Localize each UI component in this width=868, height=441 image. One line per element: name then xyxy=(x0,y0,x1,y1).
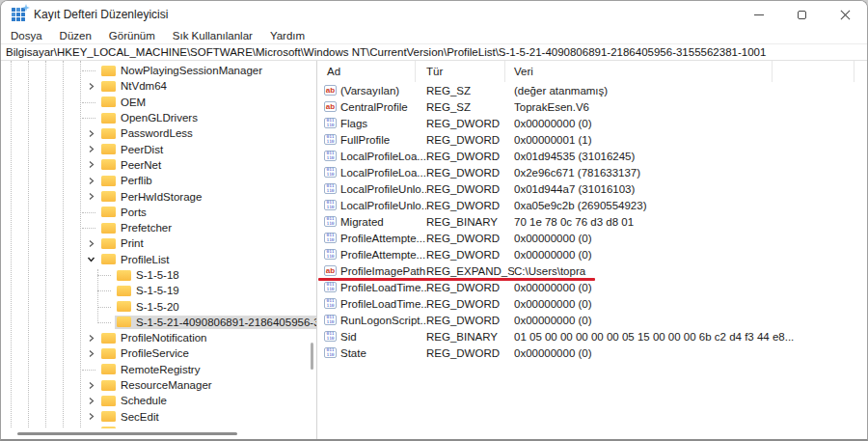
value-row-sid[interactable]: 011110SidREG_BINARY01 05 00 00 00 00 00 … xyxy=(317,328,867,345)
expand-chevron-icon[interactable] xyxy=(82,188,99,204)
value-row-localprofileunlo[interactable]: 011110LocalProfileUnlo...REG_DWORD0xa05e… xyxy=(317,197,867,213)
value-row-centralprofile[interactable]: abCentralProfileREG_SZToprakEsen.V6 xyxy=(317,98,867,115)
maximize-button[interactable] xyxy=(780,1,824,28)
value-row-state[interactable]: 011110StateREG_DWORD0x00000000 (0) xyxy=(317,345,867,361)
value-row-localprofileloa[interactable]: 011110LocalProfileLoa...REG_DWORD0x2e96c… xyxy=(317,164,867,180)
tree-item-nowplayingsessionmanager[interactable]: NowPlayingSessionManager xyxy=(82,63,316,78)
tree-item-content[interactable]: Print xyxy=(99,236,148,250)
tree-item-content[interactable]: Ports xyxy=(99,206,150,219)
tree-item-content[interactable]: S-1-5-20 xyxy=(115,300,183,314)
tree-item-content[interactable]: PeerDist xyxy=(99,143,167,156)
value-type: REG_BINARY xyxy=(426,216,514,228)
tree-item-perhwidstorage[interactable]: PerHwIdStorage xyxy=(82,188,316,204)
tree-item-perflib[interactable]: Perflib xyxy=(82,173,316,188)
value-row-profileattempte[interactable]: 011110ProfileAttempte...REG_DWORD0x00000… xyxy=(317,246,867,262)
value-row-flags[interactable]: 011110FlagsREG_DWORD0x00000000 (0) xyxy=(317,115,867,131)
tree-item-content[interactable]: NtVdm64 xyxy=(99,79,171,93)
close-button[interactable] xyxy=(824,1,867,28)
value-row-profileattempte[interactable]: 011110ProfileAttempte...REG_DWORD0x00000… xyxy=(317,230,867,246)
value-row-localprofileloa[interactable]: 011110LocalProfileLoa...REG_DWORD0x01d94… xyxy=(317,148,867,164)
menu-item-yard-m[interactable]: Yardım xyxy=(261,30,313,41)
address-bar[interactable]: Bilgisayar\HKEY_LOCAL_MACHINE\SOFTWARE\M… xyxy=(1,43,867,61)
tree-item-content[interactable]: OpenGLDrivers xyxy=(99,111,202,124)
value-row-runlogonscript[interactable]: 011110RunLogonScript...REG_DWORD0x000000… xyxy=(317,312,867,328)
tree-item-content[interactable]: SecEdit xyxy=(99,410,163,424)
value-type: REG_DWORD xyxy=(426,200,514,211)
tree-item-secedit[interactable]: SecEdit xyxy=(82,409,316,425)
tree-item-s-1-5-21-4090806891-2186405956-31[interactable]: S-1-5-21-4090806891-2186405956-31 xyxy=(97,315,316,330)
value-data: 0x00000000 (0) xyxy=(514,249,867,261)
tree-item-content[interactable]: ProfileService xyxy=(99,346,193,360)
tree-item-profileservice[interactable]: ProfileService xyxy=(82,345,316,361)
tree-item-content[interactable]: OEM xyxy=(99,96,149,109)
value-row-localprofileunlo[interactable]: 011110LocalProfileUnlo...REG_DWORD0x01d9… xyxy=(317,180,867,197)
tree-item-content[interactable]: ProfileList xyxy=(99,253,174,266)
minimize-button[interactable] xyxy=(737,1,780,28)
tree-item-content[interactable]: S-1-5-18 xyxy=(115,268,183,282)
expand-chevron-icon[interactable] xyxy=(82,409,99,425)
tree-item-label: Prefetcher xyxy=(121,222,172,234)
tree-item-s-1-5-20[interactable]: S-1-5-20 xyxy=(97,298,316,314)
tree-item-passwordless[interactable]: PasswordLess xyxy=(82,125,316,141)
value-row-profileimagepath[interactable]: abProfileImagePathREG_EXPAND_SZC:\Users\… xyxy=(317,262,867,279)
value-row-migrated[interactable]: 011110MigratedREG_BINARY70 1e 78 0c 76 d… xyxy=(317,213,867,230)
tree-vertical-scrollbar[interactable] xyxy=(311,343,313,370)
expand-chevron-icon[interactable] xyxy=(82,141,99,156)
expand-chevron-icon[interactable] xyxy=(82,235,99,251)
tree-item-opengldrivers[interactable]: OpenGLDrivers xyxy=(82,110,316,125)
tree-item-resourcemanager[interactable]: ResourceManager xyxy=(82,377,316,393)
value-data: 01 05 00 00 00 00 00 05 15 00 00 00 6b c… xyxy=(514,331,867,343)
expand-chevron-icon[interactable] xyxy=(82,252,99,267)
tree-item-content[interactable]: PeerNet xyxy=(99,158,165,172)
expand-chevron-icon[interactable] xyxy=(82,78,99,94)
expand-chevron-icon[interactable] xyxy=(82,157,99,173)
binary-value-icon: 011110 xyxy=(324,200,337,210)
folder-icon xyxy=(117,317,131,327)
tree-item-content[interactable]: PerHwIdStorage xyxy=(99,190,205,204)
expand-chevron-icon[interactable] xyxy=(82,173,99,188)
menu-item-s-k-kullan-lanlar[interactable]: Sık Kullanılanlar xyxy=(164,30,261,41)
tree-item-s-1-5-18[interactable]: S-1-5-18 xyxy=(97,267,316,283)
tree-item-content[interactable]: ProfileNotification xyxy=(99,331,210,345)
value-row-profileloadtime[interactable]: 011110ProfileLoadTime...REG_DWORD0x00000… xyxy=(317,279,867,295)
tree-connector xyxy=(97,315,115,330)
tree-item-schedule[interactable]: Schedule xyxy=(82,393,316,408)
tree-item-peernet[interactable]: PeerNet xyxy=(82,157,316,173)
tree-item-ntvdm64[interactable]: NtVdm64 xyxy=(82,78,316,94)
column-header-veri[interactable]: Veri xyxy=(505,61,773,82)
tree-item-profilenotification[interactable]: ProfileNotification xyxy=(82,330,316,345)
column-header-t-r[interactable]: Tür xyxy=(416,61,505,82)
tree-horizontal-scrollbar[interactable] xyxy=(1,428,315,439)
expand-chevron-icon[interactable] xyxy=(82,377,99,393)
value-row-fullprofile[interactable]: 011110FullProfileREG_DWORD0x00000001 (1) xyxy=(317,131,867,148)
tree-item-content[interactable]: S-1-5-19 xyxy=(115,284,183,297)
tree-item-content[interactable]: RemoteRegistry xyxy=(99,363,203,376)
tree-item-s-1-5-19[interactable]: S-1-5-19 xyxy=(97,283,316,298)
tree-item-content[interactable]: S-1-5-21-4090806891-2186405956-31 xyxy=(115,316,317,329)
column-header-ad[interactable]: Ad xyxy=(317,61,416,82)
value-row-varsay-lan[interactable]: ab(Varsayılan)REG_SZ(değer atanmamış) xyxy=(317,82,867,98)
tree-item-oem[interactable]: OEM xyxy=(82,95,316,110)
tree-item-prefetcher[interactable]: Prefetcher xyxy=(82,220,316,235)
tree-item-content[interactable]: Perflib xyxy=(99,174,156,187)
value-row-profileloadtime[interactable]: 011110ProfileLoadTime...REG_DWORD0x00000… xyxy=(317,295,867,312)
tree-item-content[interactable]: ResourceManager xyxy=(99,378,216,392)
tree-horizontal-scrollbar-thumb[interactable] xyxy=(17,432,237,435)
tree-item-ports[interactable]: Ports xyxy=(82,205,316,220)
expand-chevron-icon[interactable] xyxy=(82,393,99,408)
menu-item-g-r-n-m[interactable]: Görünüm xyxy=(100,30,164,41)
expand-chevron-icon[interactable] xyxy=(82,345,99,361)
menu-item-d-zen[interactable]: Düzen xyxy=(51,30,100,41)
menu-item-dosya[interactable]: Dosya xyxy=(2,30,51,41)
tree-item-print[interactable]: Print xyxy=(82,235,316,251)
tree-item-remoteregistry[interactable]: RemoteRegistry xyxy=(82,362,316,377)
expand-chevron-icon[interactable] xyxy=(82,125,99,141)
tree-item-content[interactable]: Prefetcher xyxy=(99,221,176,234)
expand-chevron-icon[interactable] xyxy=(82,330,99,345)
tree-item-peerdist[interactable]: PeerDist xyxy=(82,141,316,156)
tree-item-content[interactable]: PasswordLess xyxy=(99,126,197,140)
annotation-underline xyxy=(318,278,595,281)
tree-item-content[interactable]: Schedule xyxy=(99,394,171,407)
tree-item-profilelist[interactable]: ProfileList xyxy=(82,252,316,267)
tree-item-content[interactable]: NowPlayingSessionManager xyxy=(99,64,266,77)
